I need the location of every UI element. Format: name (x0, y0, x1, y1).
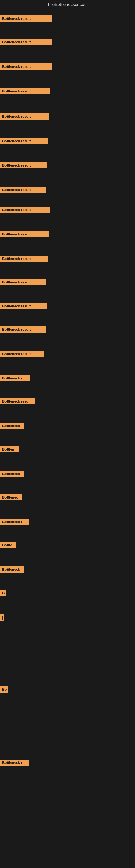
bottleneck-item[interactable]: Bottleneck result (0, 187, 46, 194)
bottleneck-label: Bottleneck result (0, 88, 50, 94)
bottleneck-item[interactable]: Bottleneck result (0, 279, 46, 286)
bottleneck-label: Bottleneck result (0, 187, 46, 193)
bottleneck-label: B (0, 590, 6, 596)
bottleneck-label: Bottleneck result (0, 207, 50, 213)
bottleneck-item[interactable]: B (0, 590, 6, 597)
bottleneck-item[interactable]: | (0, 614, 4, 622)
bottleneck-label: Bottleneck r (0, 519, 29, 525)
bottleneck-item[interactable]: Bottleneck result (0, 303, 47, 310)
bottleneck-item[interactable]: Bottleneck result (0, 39, 52, 46)
bottleneck-item[interactable]: Bottleneck (0, 566, 24, 574)
bottleneck-item[interactable]: Bottleneck result (0, 88, 50, 95)
bottleneck-item[interactable]: Bo (0, 686, 8, 693)
bottleneck-label: Bottleneck result (0, 39, 52, 45)
bottleneck-item[interactable]: Bottleneck r (0, 519, 29, 526)
bottleneck-item[interactable]: Bottleneck (0, 423, 24, 430)
bottleneck-label: Bottle (0, 542, 16, 548)
bottleneck-item[interactable]: Bottleneck result (0, 63, 52, 71)
bottleneck-label: | (0, 614, 4, 621)
bottleneck-label: Bottlen (0, 446, 19, 453)
bottleneck-item[interactable]: Bottlen (0, 446, 19, 454)
bottleneck-item[interactable]: Bottleneck result (0, 16, 52, 23)
bottleneck-label: Bottlenec (0, 494, 22, 500)
bottleneck-label: Bottleneck (0, 423, 24, 429)
bottleneck-item[interactable]: Bottleneck result (0, 162, 47, 169)
bottleneck-label: Bottleneck result (0, 279, 46, 285)
bottleneck-label: Bottleneck result (0, 16, 52, 22)
bottleneck-item[interactable]: Bottle (0, 542, 16, 549)
site-title: TheBottlenecker.com (0, 0, 135, 10)
bottleneck-label: Bottleneck result (0, 63, 52, 70)
bottleneck-item[interactable]: Bottlenec (0, 494, 22, 501)
bottleneck-item[interactable]: Bottleneck r (0, 375, 30, 382)
bottleneck-item[interactable]: Bottleneck result (0, 351, 44, 358)
bottleneck-label: Bottleneck result (0, 255, 48, 262)
bottleneck-item[interactable]: Bottleneck (0, 471, 24, 478)
bottleneck-item[interactable]: Bottleneck result (0, 113, 49, 121)
bottleneck-label: Bottleneck r (0, 375, 30, 381)
bottleneck-item[interactable]: Bottleneck result (0, 231, 49, 239)
bottleneck-label: Bottleneck (0, 566, 24, 572)
bottleneck-item[interactable]: Bottleneck result (0, 326, 46, 334)
bottleneck-label: Bottleneck (0, 471, 24, 477)
bottleneck-label: Bottleneck result (0, 326, 46, 333)
bottleneck-item[interactable]: Bottleneck result (0, 138, 48, 145)
bottleneck-item[interactable]: Bottleneck result (0, 255, 48, 263)
bottleneck-label: Bottleneck result (0, 138, 48, 144)
bottleneck-label: Bottleneck result (0, 351, 44, 357)
bottleneck-label: Bottleneck result (0, 303, 47, 309)
bottleneck-label: Bottleneck resu (0, 398, 35, 404)
bottleneck-label: Bottleneck r (0, 760, 29, 766)
bottleneck-item[interactable]: Bottleneck r (0, 760, 29, 767)
bottleneck-label: Bottleneck result (0, 113, 49, 120)
bottleneck-label: Bottleneck result (0, 231, 49, 237)
bottleneck-item[interactable]: Bottleneck resu (0, 398, 35, 405)
bottleneck-item[interactable]: Bottleneck result (0, 207, 50, 214)
bottleneck-label: Bo (0, 686, 8, 692)
bottleneck-label: Bottleneck result (0, 162, 47, 168)
